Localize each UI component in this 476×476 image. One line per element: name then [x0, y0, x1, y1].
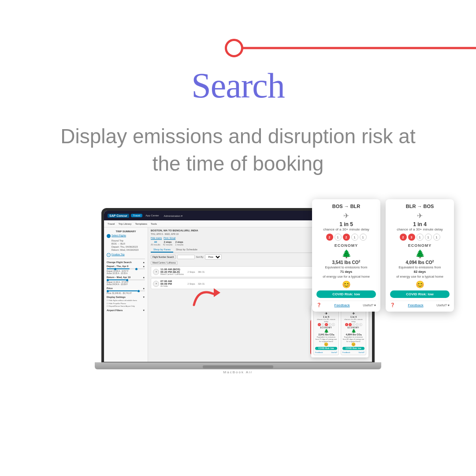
small-card-1-desc: chance of a 30+ minute delay: [315, 318, 337, 323]
small-overlay-cards: BOS → BLR ✈ 1 in 5 chance of a 30+ minut…: [311, 305, 368, 358]
flight-number-input[interactable]: [177, 255, 195, 259]
airline-logo-2: ✈: [153, 281, 159, 287]
small-plane-icon-2: ✈: [342, 312, 364, 316]
finalize-trip-link[interactable]: Finalize Trip: [112, 253, 125, 256]
small-tree-1: 🌲: [315, 329, 337, 333]
card-2-dot-4: 1: [425, 234, 432, 241]
dot-2-2: 3: [349, 323, 352, 326]
one-stop-filter[interactable]: 2 stops 1 results: [175, 241, 183, 246]
nav-administration[interactable]: Administration ▾: [163, 214, 184, 218]
flight-stops-1: 2 Stops: [185, 271, 198, 273]
dot-1-2: 1: [321, 323, 324, 326]
card-1-equivalent: Equivalent to emissions from 71 days of …: [316, 265, 376, 279]
svg-marker-0: [214, 288, 220, 297]
sub-nav-trip-library[interactable]: Trip Library: [118, 223, 131, 225]
small-risk-dots-2: 2 3 1 1 1: [342, 323, 364, 326]
step-circle-1: →: [107, 234, 111, 238]
card-1-footer: ❓ Feedback Useful? ♥: [316, 301, 376, 307]
card-1-dot-2: 1: [335, 234, 342, 241]
title-section: Search Display emissions and disruption …: [51, 66, 425, 177]
hide-matrix-btn[interactable]: Hide matrix: [151, 237, 162, 239]
small-plane-icon-1: ✈: [315, 312, 337, 316]
price-slider[interactable]: [107, 290, 145, 291]
dot-2-1: 2: [345, 323, 348, 326]
page-container: Search Display emissions and disruption …: [0, 0, 476, 476]
sidebar: TRIP SUMMARY → Select Flights Round Trip…: [104, 227, 148, 362]
card-2-days: 82 days: [414, 270, 426, 274]
return-filter-title: Return - Wed, Apr 19 ▲: [107, 276, 145, 279]
filter-mixed-carriers[interactable]: Mixed Carriers / Lufthansa: [151, 261, 178, 265]
print-email-btn[interactable]: Print / Email: [164, 237, 175, 239]
small-card-2-desc: chance of a 30+ minute delay: [342, 318, 364, 323]
change-flight-search-title: Change Flight Search ▲: [107, 261, 145, 264]
flight-times-2: 07:00 AM 06:09 PM Air India: [160, 280, 185, 287]
card-2-delay-desc: chance of a 30+ minute delay: [390, 227, 450, 231]
flight-duration-1: 36h 31: [198, 271, 207, 273]
small-face-2: 😊: [342, 342, 364, 346]
small-card-1: BOS → BLR ✈ 1 in 5 chance of a 30+ minut…: [313, 307, 339, 356]
nav-logo: SAP Concur: [108, 214, 129, 218]
card-2-route: BLR → BOS: [390, 204, 450, 209]
nav-items: App Center Administration ▾: [144, 214, 184, 218]
card-2-dot-5: 1: [433, 234, 440, 241]
small-covid-btn-1: COVID Risk: low: [315, 347, 337, 350]
all-filter[interactable]: All All results: [151, 241, 160, 246]
card-1-dot-5: 1: [360, 234, 367, 241]
card-2-useful[interactable]: Useful? ♥: [436, 304, 450, 307]
small-equiv-2: Equivalent to emissions from 82 days of …: [342, 336, 364, 343]
card-1-delay-desc: chance of a 30+ minute delay: [316, 227, 376, 231]
dot-1-4: 1: [328, 323, 331, 326]
card-1-dot-1: 2: [326, 234, 333, 241]
card-2-footer: ❓ Feedback Useful? ♥: [390, 301, 450, 307]
tab-shop-schedule[interactable]: Shop by Schedule: [173, 247, 200, 253]
display-settings-options: ☐ Hide flights without refundable fares …: [107, 299, 145, 308]
card-1-feedback-btn[interactable]: Feedback: [335, 303, 350, 307]
nav-app-center[interactable]: App Center: [144, 214, 160, 218]
select-flights-link[interactable]: Select Flights: [112, 234, 126, 237]
card-1-useful[interactable]: Useful? ♥: [363, 304, 376, 307]
trip-return: Return: Wed, 04/19/2023: [112, 249, 145, 251]
laptop-section: SAP Concur Travel App Center Administrat…: [40, 195, 436, 389]
card-1-risk-dots: 2 1 2 1 1: [316, 234, 376, 241]
depart-slider[interactable]: [107, 268, 145, 269]
sub-nav-templates[interactable]: Templates: [135, 223, 147, 225]
card-2-dot-2: 3: [408, 234, 415, 241]
card-2-feedback-btn[interactable]: Feedback: [408, 303, 424, 307]
depart-filter-title: Depart - Thu, Apr 6 ▲: [107, 265, 145, 268]
timeline-line: [234, 47, 476, 49]
card-1-plane-icon: ✈: [316, 212, 376, 220]
nav-travel-btn[interactable]: Travel: [131, 214, 142, 217]
trip-details: Round Trip BOS → BLR Depart: Thu, 04/06/…: [107, 239, 145, 251]
card-2-covid-btn: COVID Risk: low: [390, 290, 450, 298]
step-finalize: 3 Finalize Trip: [107, 253, 145, 257]
small-equiv-1: Equivalent to emissions from 71 days of …: [315, 336, 337, 343]
tab-shop-fares[interactable]: Shop by Fares: [151, 247, 173, 253]
small-covid-btn-2: COVID Risk: low: [342, 347, 364, 350]
two-stops-filter[interactable]: 2 stops 42 results: [163, 241, 173, 246]
card-2-help-icon: ❓: [390, 303, 395, 307]
small-useful-2[interactable]: Useful?: [358, 351, 364, 353]
page-title: Search: [51, 66, 425, 105]
small-useful-1[interactable]: Useful?: [331, 351, 337, 353]
card-2-plane-icon: ✈: [390, 212, 450, 220]
sort-label: Sort By:: [196, 256, 204, 258]
return-slider[interactable]: [107, 279, 145, 280]
small-feedback-2[interactable]: Feedback: [342, 351, 350, 353]
card-1-route: BOS → BLR: [316, 204, 376, 209]
price-filter-title: Price ▲: [107, 287, 145, 290]
card-1-tree-icon: 🌲: [316, 249, 376, 259]
sort-select[interactable]: Price: [205, 254, 222, 260]
small-feedback-1[interactable]: Feedback: [315, 351, 323, 353]
sub-nav-travel[interactable]: Travel: [108, 223, 115, 225]
small-footer-1: Feedback Useful?: [315, 350, 337, 353]
card-1-co2: 3,541 lbs CO2: [316, 260, 376, 265]
trip-type: Round Trip: [112, 239, 145, 242]
trip-route: BOS → BLR: [112, 242, 145, 245]
step-circle-2: 3: [107, 253, 111, 257]
card-2-delay-fraction: 1 in 4: [390, 221, 450, 227]
sub-nav-tools[interactable]: Tools: [151, 223, 157, 225]
dot-1-1: 2: [318, 323, 321, 326]
step-select-flights: → Select Flights: [107, 234, 145, 238]
small-card-2: BLR → BOS ✈ 1 in 4 chance of a 30+ minut…: [341, 307, 366, 356]
flight-number-search-label: Flight Number Search: [151, 255, 176, 259]
